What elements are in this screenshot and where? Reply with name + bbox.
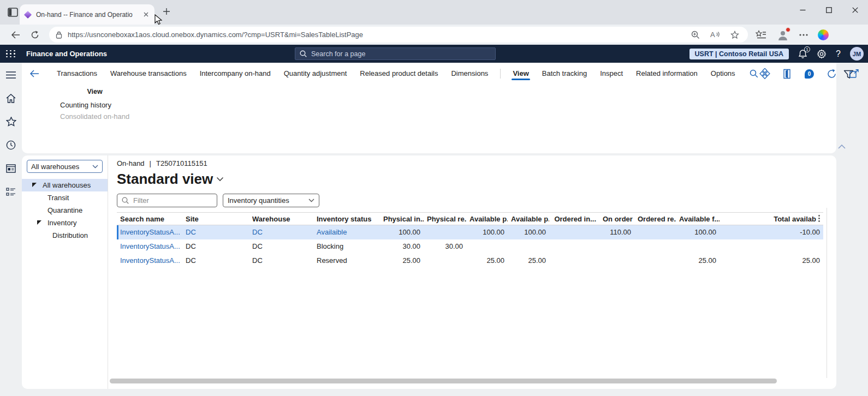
- column-header-warehouse[interactable]: Warehouse: [249, 213, 313, 225]
- ribbon-tab-intercompany-on-hand[interactable]: Intercompany on-hand: [200, 64, 271, 83]
- app-diamonds-icon[interactable]: [758, 67, 771, 80]
- grid-cell[interactable]: 100.00: [508, 225, 549, 239]
- grid-cell[interactable]: [720, 239, 823, 254]
- user-avatar[interactable]: JM: [850, 47, 864, 61]
- view-selector[interactable]: Standard view: [117, 171, 836, 188]
- menu-item-counting-history[interactable]: Counting history: [60, 99, 129, 111]
- grid-more-icon[interactable]: [818, 215, 820, 222]
- tree-item-distribution[interactable]: Distribution: [22, 229, 108, 242]
- grid-cell[interactable]: DC: [249, 225, 313, 239]
- hamburger-menu-icon[interactable]: [5, 69, 16, 80]
- window-minimize-button[interactable]: [789, 0, 816, 20]
- grid-cell[interactable]: 110.00: [599, 225, 634, 239]
- tree-expander-icon[interactable]: [32, 182, 38, 189]
- ribbon-tab-dimensions[interactable]: Dimensions: [451, 64, 488, 83]
- grid-cell[interactable]: DC: [182, 225, 249, 239]
- grid-cell[interactable]: [549, 225, 599, 239]
- waffle-icon[interactable]: [0, 45, 22, 63]
- column-header-search-name[interactable]: Search name: [117, 213, 182, 225]
- zoom-page-icon[interactable]: [689, 28, 702, 41]
- tab-layout-icon[interactable]: [7, 7, 19, 18]
- grid-cell[interactable]: 100.00: [676, 225, 720, 239]
- refresh-page-icon[interactable]: [825, 67, 839, 80]
- grid-cell[interactable]: -10.00: [720, 225, 823, 239]
- tree-item-inventory[interactable]: Inventory: [22, 217, 108, 229]
- refresh-icon[interactable]: [27, 27, 43, 43]
- grid-cell[interactable]: 100.00: [380, 225, 424, 239]
- page-search-box[interactable]: [295, 47, 496, 60]
- browser-menu-icon[interactable]: [799, 34, 808, 36]
- grid-cell[interactable]: [599, 239, 634, 254]
- page-back-icon[interactable]: [29, 67, 39, 81]
- ribbon-tab-view[interactable]: View: [513, 64, 528, 83]
- grid-filter-box[interactable]: [117, 194, 217, 207]
- grid-cell[interactable]: [634, 239, 676, 254]
- grid-cell[interactable]: [549, 239, 599, 254]
- grid-cell[interactable]: 25.00: [508, 254, 549, 268]
- grid-cell[interactable]: [634, 254, 676, 268]
- address-bar[interactable]: https://usnconeboxax1aos.cloud.onebox.dy…: [49, 27, 748, 43]
- column-header-total-availab[interactable]: Total availab: [720, 213, 823, 225]
- tree-item-quarantine[interactable]: Quarantine: [22, 204, 108, 217]
- column-header-available-f-[interactable]: Available f...: [676, 213, 720, 225]
- collapse-actionpane-icon[interactable]: [838, 145, 846, 149]
- page-search-input[interactable]: [310, 50, 491, 58]
- grid-cell[interactable]: [424, 254, 466, 268]
- grid-cell[interactable]: 25.00: [676, 254, 720, 268]
- tab-close-icon[interactable]: [141, 10, 150, 19]
- open-in-new-window-icon[interactable]: [848, 67, 861, 80]
- window-maximize-button[interactable]: [816, 0, 842, 20]
- grid-cell[interactable]: DC: [182, 254, 249, 268]
- app-name[interactable]: Finance and Operations: [26, 50, 107, 58]
- grid-row[interactable]: InventoryStatusA...DCDCReserved25.0025.0…: [117, 254, 823, 268]
- column-header-ordered-in-[interactable]: Ordered in...: [549, 213, 599, 225]
- column-header-available-p-[interactable]: Available p...: [466, 213, 508, 225]
- settings-gear-icon[interactable]: [817, 49, 827, 59]
- home-icon[interactable]: [5, 93, 16, 104]
- new-tab-icon[interactable]: [163, 8, 173, 17]
- display-dimensions-dropdown[interactable]: Inventory quantities: [223, 194, 319, 207]
- help-icon[interactable]: ?: [836, 49, 841, 59]
- grid-cell[interactable]: 25.00: [380, 254, 424, 268]
- favorite-star-icon[interactable]: [728, 28, 741, 41]
- favorites-star-icon[interactable]: [5, 116, 16, 127]
- ribbon-tab-options[interactable]: Options: [711, 64, 735, 83]
- ribbon-tab-quantity-adjustment[interactable]: Quantity adjustment: [284, 64, 347, 83]
- column-header-available-p-[interactable]: Available p...: [508, 213, 549, 225]
- grid-cell[interactable]: DC: [182, 239, 249, 254]
- column-header-physical-re-[interactable]: Physical re...: [424, 213, 466, 225]
- grid-cell[interactable]: [634, 225, 676, 239]
- ribbon-tab-related-information[interactable]: Related information: [636, 64, 698, 83]
- back-icon[interactable]: [8, 27, 23, 43]
- grid-cell[interactable]: Availaible: [313, 225, 380, 239]
- tree-item-all-warehouses[interactable]: All warehouses: [22, 179, 108, 191]
- modules-list-icon[interactable]: [5, 187, 16, 197]
- grid-cell[interactable]: [466, 239, 508, 254]
- column-header-inventory-status[interactable]: Inventory status: [313, 213, 380, 225]
- browser-tab[interactable]: On-hand -- Finance and Operatio: [20, 4, 154, 25]
- ribbon-tab-released-product-details[interactable]: Released product details: [360, 64, 438, 83]
- environment-button[interactable]: USRT | Contoso Retail USA: [689, 49, 789, 59]
- horizontal-scrollbar[interactable]: [110, 379, 777, 383]
- grid-cell[interactable]: [676, 239, 720, 254]
- window-close-button[interactable]: [842, 0, 868, 20]
- grid-cell[interactable]: 100.00: [466, 225, 508, 239]
- grid-cell[interactable]: [599, 254, 634, 268]
- notifications-bell-icon[interactable]: 1: [798, 49, 807, 59]
- ribbon-tab-warehouse-transactions[interactable]: Warehouse transactions: [110, 64, 187, 83]
- grid-cell[interactable]: DC: [249, 254, 313, 268]
- grid-row[interactable]: InventoryStatusA...DCDCBlocking30.0030.0…: [117, 239, 823, 254]
- grid-row[interactable]: InventoryStatusA...DCDCAvailaible100.001…: [117, 225, 823, 239]
- grid-cell[interactable]: Reserved: [313, 254, 380, 268]
- grid-cell[interactable]: InventoryStatusA...: [117, 239, 182, 254]
- ribbon-tab-inspect[interactable]: Inspect: [600, 64, 623, 83]
- copilot-icon[interactable]: [818, 29, 829, 40]
- grid-cell[interactable]: 25.00: [720, 254, 823, 268]
- grid-cell[interactable]: 30.00: [380, 239, 424, 254]
- grid-filter-input[interactable]: [132, 196, 212, 205]
- column-header-on-order[interactable]: On order: [599, 213, 634, 225]
- tree-expander-icon[interactable]: [37, 220, 43, 226]
- office-book-icon[interactable]: [781, 67, 794, 80]
- grid-cell[interactable]: InventoryStatusA...: [117, 254, 182, 268]
- favorites-bar-icon[interactable]: [756, 30, 766, 39]
